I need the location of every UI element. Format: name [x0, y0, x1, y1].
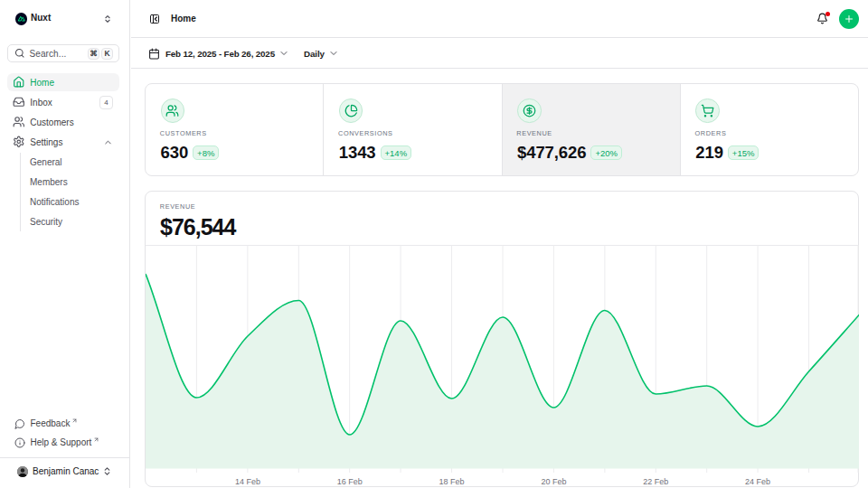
svg-text:16 Feb: 16 Feb	[337, 476, 363, 485]
svg-text:18 Feb: 18 Feb	[439, 476, 465, 485]
svg-text:20 Feb: 20 Feb	[541, 476, 566, 485]
svg-text:22 Feb: 22 Feb	[643, 476, 668, 485]
svg-text:24 Feb: 24 Feb	[745, 476, 770, 485]
svg-text:14 Feb: 14 Feb	[235, 476, 260, 485]
